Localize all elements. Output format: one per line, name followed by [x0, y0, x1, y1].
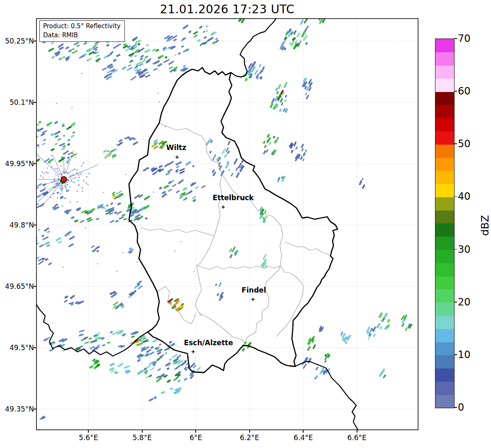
colorbar-tick-mark	[455, 143, 457, 144]
colorbar-band	[435, 263, 454, 276]
colorbar-tick-mark	[455, 249, 457, 250]
colorbar-band	[435, 381, 454, 395]
colorbar-band	[435, 39, 454, 52]
canton-border	[285, 242, 331, 256]
colorbar-band	[435, 395, 454, 408]
colorbar-tick-mark	[455, 407, 457, 408]
colorbar-band	[435, 144, 454, 157]
map-plot-area: WiltzEttelbruckFindelEsch/Alzette Produc…	[36, 18, 418, 430]
y-tick-label: 49.8°N	[0, 221, 34, 229]
y-tick-label: 50.1°N	[0, 98, 34, 107]
colorbar-tick-mark	[455, 91, 457, 92]
colorbar-band	[435, 303, 454, 316]
colorbar-band	[435, 131, 454, 145]
x-tick-mark	[195, 430, 196, 433]
x-tick-label: 6.6°E	[338, 433, 376, 442]
city-marker-icon	[251, 298, 255, 301]
grid-lines	[36, 18, 418, 430]
city-label: Findel	[242, 286, 266, 294]
y-tick-label: 49.65°N	[0, 282, 34, 291]
colorbar-band	[435, 118, 454, 131]
colorbar-tick-label: 30	[458, 244, 471, 255]
x-tick-label: 6.4°E	[284, 433, 322, 442]
product-info-box: Product: 0.5° Reflectivity Data: RMIB	[39, 20, 125, 42]
city-findel: Findel	[242, 286, 266, 301]
canton-borders	[141, 123, 331, 343]
city-wiltz: Wiltz	[166, 143, 187, 159]
x-tick-label: 5.8°E	[124, 433, 161, 442]
colorbar-band	[435, 316, 454, 329]
colorbar-tick-mark	[455, 38, 457, 39]
colorbar-band	[435, 210, 454, 223]
city-label: Wiltz	[166, 143, 187, 152]
colorbar-tick-label: 60	[458, 86, 471, 97]
colorbar-tick-mark	[455, 302, 457, 303]
colorbar-tick-label: 40	[458, 191, 471, 202]
city-esch-alzette: Esch/Alzette	[184, 339, 233, 354]
colorbar-band	[435, 289, 454, 303]
colorbar-tick-label: 10	[458, 349, 471, 360]
colorbar	[435, 39, 455, 408]
x-tick-mark	[303, 430, 304, 433]
canton-border	[159, 123, 272, 216]
y-tick-label: 49.35°N	[0, 405, 34, 413]
x-tick-label: 5.6°E	[70, 433, 107, 442]
colorbar-band	[435, 65, 454, 79]
city-label: Ettelbruck	[213, 194, 254, 202]
colorbar-tick-mark	[455, 196, 457, 197]
colorbar-band	[435, 342, 454, 355]
colorbar-band	[435, 368, 454, 382]
city-marker-icon	[192, 350, 195, 354]
colorbar-axis-label: dBZ	[479, 211, 491, 240]
x-tick-label: 6.2°E	[231, 433, 268, 442]
colorbar-band	[435, 157, 454, 171]
y-tick-mark	[34, 225, 36, 225]
y-tick-mark	[34, 163, 36, 164]
colorbar-tick-label: 0	[458, 402, 464, 413]
y-tick-mark	[34, 41, 36, 41]
y-tick-mark	[34, 286, 36, 287]
product-line: Product: 0.5° Reflectivity	[43, 22, 121, 31]
x-tick-mark	[142, 430, 143, 433]
y-tick-mark	[34, 347, 36, 348]
colorbar-band	[435, 92, 454, 105]
radar-echoes	[36, 18, 413, 420]
colorbar-band	[435, 171, 454, 184]
colorbar-tick-label: 70	[458, 33, 471, 44]
y-tick-mark	[34, 102, 36, 103]
canton-border	[197, 266, 280, 343]
x-tick-label: 6°E	[177, 433, 214, 442]
map-frame	[36, 19, 418, 430]
y-tick-label: 50.25°N	[0, 37, 34, 45]
canton-border	[272, 216, 283, 266]
x-tick-mark	[357, 430, 357, 433]
colorbar-band	[435, 355, 454, 368]
colorbar-tick-mark	[455, 354, 457, 355]
colorbar-band	[435, 250, 454, 263]
colorbar-band	[435, 184, 454, 197]
page-title: 21.01.2026 17:23 UTC	[36, 2, 418, 16]
x-tick-mark	[249, 430, 250, 433]
data-source-line: Data: RMIB	[43, 31, 121, 40]
luxembourg-border	[129, 68, 338, 373]
y-tick-label: 49.5°N	[0, 344, 34, 352]
colorbar-tick-label: 20	[458, 297, 471, 308]
y-tick-label: 49.95°N	[0, 160, 34, 168]
colorbar-band	[435, 197, 454, 210]
colorbar-band	[435, 329, 454, 342]
city-label: Esch/Alzette	[184, 339, 233, 347]
colorbar-band	[435, 78, 454, 92]
x-tick-mark	[88, 430, 89, 433]
colorbar-band	[435, 105, 454, 118]
colorbar-band	[435, 237, 454, 250]
colorbar-tick-label: 50	[458, 138, 471, 149]
canton-border	[277, 266, 304, 337]
colorbar-band	[435, 223, 454, 237]
canton-border	[157, 286, 195, 324]
radar-ground-clutter	[36, 150, 98, 207]
radar-map-app: 21.01.2026 17:23 UTC WiltzEttelbruckFind…	[0, 0, 491, 448]
radar-site-dot	[61, 177, 67, 182]
canton-border	[141, 228, 214, 236]
y-tick-mark	[34, 409, 36, 409]
radar-map-svg: WiltzEttelbruckFindelEsch/Alzette	[36, 18, 418, 430]
